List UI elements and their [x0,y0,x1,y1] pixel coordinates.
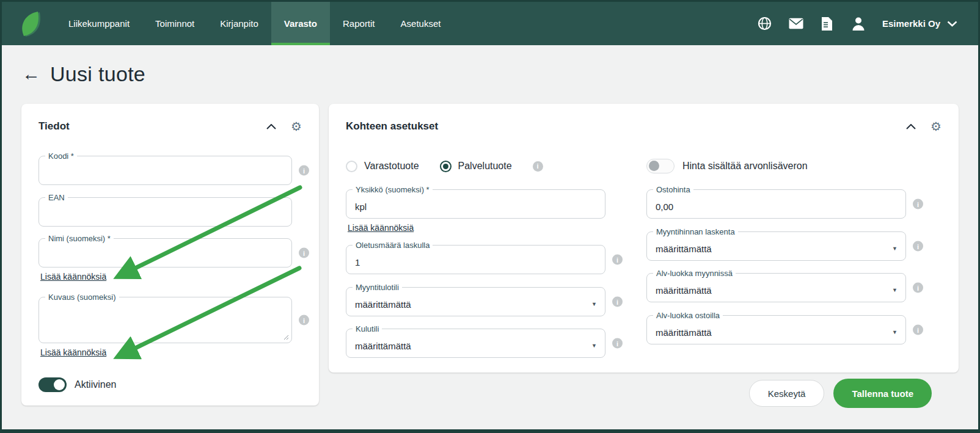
koodi-input[interactable] [39,156,291,184]
add-translations-link-yksikko[interactable]: Lisää käännöksiä [348,223,414,233]
radio-palvelutuote-label: Palvelutuote [458,161,512,172]
product-type-row: Varastotuote Palvelutuote i Hinta sisält… [346,159,942,173]
kulutili-field-row: Kulutili määrittämättä ▼ i [346,329,605,358]
alv-myynnissa-field-row: Alv-luokka myynnissä määrittämättä ▼ i [646,273,906,302]
nav-right-section: Esimerkki Oy [758,2,978,45]
globe-icon[interactable] [758,16,772,31]
myyntitulotili-label: Myyntitulotili [353,282,402,293]
active-toggle[interactable] [38,377,67,392]
gear-icon[interactable]: ⚙ [931,120,942,133]
koodi-field-row: Koodi * i [38,156,292,185]
ean-label: EAN [45,192,68,203]
radio-palvelutuote[interactable]: Palvelutuote [440,161,512,172]
product-type-radio-group: Varastotuote Palvelutuote i [346,159,605,173]
vat-toggle[interactable] [646,159,675,173]
nav-item-raportit[interactable]: Raportit [330,2,388,45]
resize-handle[interactable] [283,334,289,340]
leaf-logo-icon [20,10,41,38]
kohteen-asetukset-card: Kohteen asetukset ⚙ Varastotuote Palvelu… [329,104,959,373]
alv-ostoilla-field-row: Alv-luokka ostoilla määrittämättä ▼ i [646,315,906,344]
collapse-chevron-icon[interactable] [265,123,277,131]
vat-toggle-row: Hinta sisältää arvonlisäveron [646,159,906,173]
radio-unchecked-icon [346,161,357,172]
info-icon[interactable]: i [612,338,623,349]
kohteen-card-header: Kohteen asetukset ⚙ [346,120,942,133]
add-translations-link-kuvaus[interactable]: Lisää käännöksiä [40,347,106,357]
nimi-field-row: Nimi (suomeksi) * i [38,238,292,267]
info-icon[interactable]: i [299,166,309,176]
info-icon[interactable]: i [299,315,309,326]
active-toggle-row: Aktiivinen [38,377,302,392]
company-name: Esimerkki Oy [882,18,940,29]
myyntihinnan-laskenta-field-row: Myyntihinnan laskenta määrittämättä ▼ i [646,231,906,261]
app-logo[interactable] [2,2,56,45]
vat-toggle-label: Hinta sisältää arvonlisäveron [682,161,808,172]
nav-item-kirjanpito[interactable]: Kirjanpito [207,2,271,45]
gear-icon[interactable]: ⚙ [291,120,302,133]
ostohinta-field-row: Ostohinta i [646,189,906,219]
alv-ostoilla-label: Alv-luokka ostoilla [653,310,723,321]
save-product-button[interactable]: Tallenna tuote [833,379,932,408]
ostohinta-label: Ostohinta [653,184,693,195]
ean-field-row: EAN [38,197,292,227]
document-icon[interactable] [820,16,835,31]
koodi-label: Koodi * [45,151,77,161]
app-screen: Liikekumppanit Toiminnot Kirjanpito Vara… [2,2,978,429]
kulutili-label: Kulutili [353,324,382,334]
ean-input[interactable] [39,198,291,226]
radio-varastotuote-label: Varastotuote [364,161,419,172]
collapse-chevron-icon[interactable] [905,123,917,131]
cancel-button[interactable]: Keskeytä [749,380,825,407]
myyntihinnan-laskenta-label: Myyntihinnan laskenta [653,227,738,237]
alv-myynnissa-label: Alv-luokka myynnissä [653,268,736,278]
kulutili-select[interactable]: määrittämättä [346,329,605,357]
oletusmaara-label: Oletusmäärä laskulla [353,240,433,250]
tiedot-card-header: Tiedot ⚙ [38,120,302,133]
active-toggle-label: Aktiivinen [75,379,116,390]
kohteen-fields: Yksikkö (suomeksi) * Lisää käännöksiä Ol… [346,189,942,358]
nimi-label: Nimi (suomeksi) * [45,233,114,244]
info-icon[interactable]: i [913,199,923,209]
info-icon[interactable]: i [913,241,923,252]
tiedot-card-title: Tiedot [38,120,265,133]
back-arrow-icon[interactable]: ← [22,65,40,83]
radio-checked-icon [440,161,452,172]
kohteen-fields-right-column: Ostohinta i Myyntihinnan laskenta määrit… [646,189,906,358]
page-title: Uusi tuote [50,62,145,86]
yksikko-field-row: Yksikkö (suomeksi) * [346,189,605,219]
kohteen-card-title: Kohteen asetukset [346,120,905,133]
nav-item-asetukset[interactable]: Asetukset [388,2,454,45]
footer-actions: Keskeytä Tallenna tuote [749,379,932,408]
kuvaus-textarea[interactable] [39,297,291,343]
info-icon[interactable]: i [913,325,923,335]
info-icon[interactable]: i [913,283,923,293]
info-icon[interactable]: i [299,248,309,258]
page-header: ← Uusi tuote [22,58,145,90]
kohteen-fields-left-column: Yksikkö (suomeksi) * Lisää käännöksiä Ol… [346,189,605,358]
info-icon[interactable]: i [612,255,623,265]
info-icon[interactable]: i [612,297,623,307]
yksikko-label: Yksikkö (suomeksi) * [353,184,433,195]
nav-item-toiminnot[interactable]: Toiminnot [142,2,207,45]
oletusmaara-field-row: Oletusmäärä laskulla i [346,245,605,274]
kuvaus-label: Kuvaus (suomeksi) [45,292,119,302]
company-menu[interactable]: Esimerkki Oy [882,18,957,29]
nav-item-varasto[interactable]: Varasto [271,2,330,45]
myyntitulotili-field-row: Myyntitulotili määrittämättä ▼ i [346,287,605,316]
kuvaus-field-row: Kuvaus (suomeksi) i [38,297,292,343]
top-nav: Liikekumppanit Toiminnot Kirjanpito Vara… [2,2,978,45]
chevron-down-icon [947,21,957,27]
mail-icon[interactable] [789,16,803,31]
add-translations-link-nimi[interactable]: Lisää käännöksiä [40,272,106,282]
user-icon[interactable] [851,16,866,31]
tiedot-card: Tiedot ⚙ Koodi * i EAN Nimi (suomeksi) * [21,104,319,406]
radio-varastotuote[interactable]: Varastotuote [346,161,419,172]
info-icon[interactable]: i [533,161,543,172]
nav-item-liikekumppanit[interactable]: Liikekumppanit [56,2,142,45]
